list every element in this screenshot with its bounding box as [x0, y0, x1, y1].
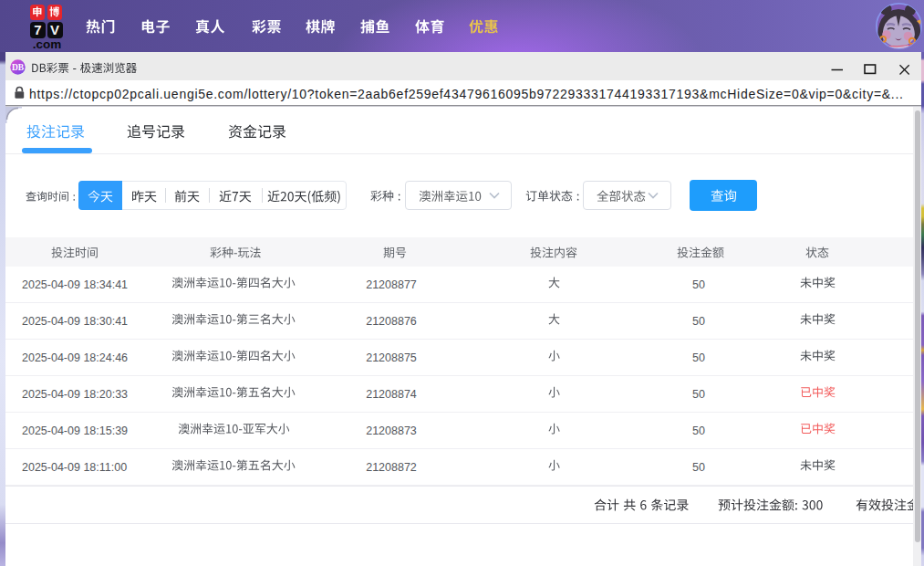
svg-text:DB: DB: [12, 63, 25, 72]
